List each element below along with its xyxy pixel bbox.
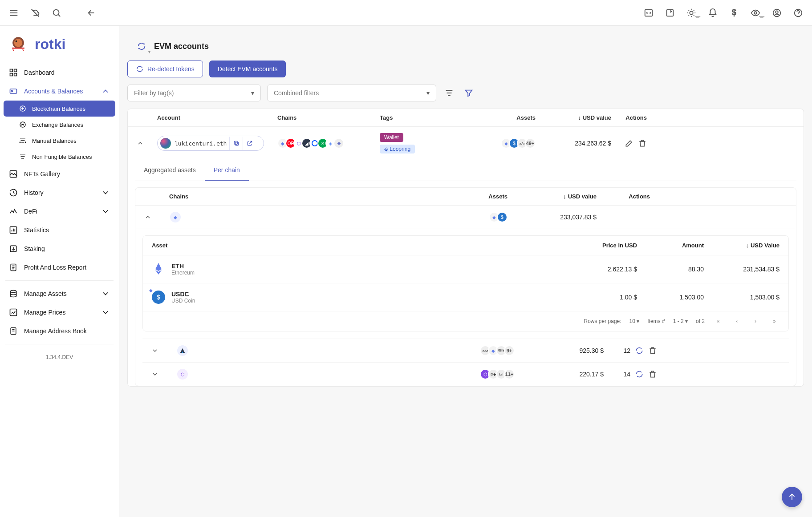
ethereum-icon: ◆	[169, 211, 182, 223]
chain-count: 12	[604, 347, 630, 354]
expand-toggle[interactable]	[135, 138, 146, 149]
nav-accounts[interactable]: Accounts & Balances	[4, 82, 115, 101]
nav-manage-prices[interactable]: Manage Prices	[4, 303, 115, 322]
th-tags: Tags	[380, 114, 460, 121]
filter-funnel-icon[interactable]	[462, 86, 475, 100]
refresh-button[interactable]	[635, 346, 644, 355]
chain-icon: ❖	[333, 138, 344, 149]
th-usd-value[interactable]: ↓USD Value	[704, 242, 780, 249]
nav-stats[interactable]: Statistics	[4, 221, 115, 239]
nav-defi[interactable]: DeFi	[4, 202, 115, 221]
external-link-button[interactable]	[243, 137, 256, 150]
nav-nfts[interactable]: NFTs Gallery	[4, 165, 115, 183]
filter-list-icon[interactable]	[443, 86, 456, 100]
chain-usd: 925.30 $	[515, 347, 604, 354]
nav-history-label: History	[24, 189, 44, 196]
asset-fullname: Ethereum	[171, 270, 195, 276]
refresh-icon	[136, 65, 144, 73]
redetect-tokens-button[interactable]: Re-detect tokens	[127, 61, 203, 77]
svg-point-16	[11, 90, 12, 92]
svg-point-25	[10, 291, 16, 293]
tab-per-chain[interactable]: Per chain	[205, 160, 249, 181]
scroll-top-button[interactable]	[782, 487, 802, 507]
page-first-button[interactable]: «	[713, 316, 723, 327]
more-assets-badge: 11+	[504, 369, 515, 380]
menu-icon[interactable]	[7, 6, 20, 20]
nav-accounts-label: Accounts & Balances	[24, 88, 83, 95]
polygon-icon: ⬡	[176, 368, 189, 380]
nav-exchange-balances[interactable]: Exchange Balances	[4, 117, 115, 133]
expand-toggle[interactable]	[150, 369, 160, 380]
chain-count: 14	[604, 371, 630, 378]
currency-icon[interactable]	[727, 6, 741, 20]
nav-manual-balances[interactable]: Manual Balances	[4, 133, 115, 149]
detect-evm-button[interactable]: Detect EVM accounts	[209, 61, 286, 77]
brand-name: rotki	[35, 36, 65, 53]
chevron-down-icon	[101, 308, 110, 317]
sidebar: rotki Dashboard Accounts & Balances Bloc…	[0, 26, 119, 517]
th-assets: Assets	[460, 114, 536, 121]
asset-value: 1,503.00 $	[704, 294, 780, 301]
page-prev-button[interactable]: ‹	[731, 316, 742, 327]
search-icon[interactable]	[50, 6, 63, 20]
asset-amount: 88.30	[637, 266, 704, 273]
code-icon[interactable]	[642, 6, 655, 20]
eth-icon	[152, 263, 165, 276]
rows-per-page-select[interactable]: 10 ▾	[629, 318, 640, 324]
bell-icon[interactable]	[706, 6, 719, 20]
asset-row: ETHEthereum 2,622.13 $ 88.30 231,534.83 …	[143, 255, 788, 283]
nav-history[interactable]: History	[4, 183, 115, 202]
svg-point-9	[14, 39, 22, 47]
refresh-button[interactable]: ▾	[135, 40, 148, 53]
theme-icon[interactable]	[685, 6, 698, 20]
avatar-icon	[160, 138, 171, 149]
usdc-icon: $◆	[152, 291, 165, 304]
address-text: lukicenturi.eth	[175, 140, 229, 147]
help-icon[interactable]	[792, 6, 805, 20]
svg-rect-2	[667, 9, 674, 16]
nav-address-book[interactable]: Manage Address Book	[4, 322, 115, 340]
th-actions: Actions	[597, 193, 650, 200]
nav-blockchain-balances[interactable]: Blockchain Balances	[4, 101, 115, 117]
edit-button[interactable]	[625, 139, 633, 148]
expand-toggle[interactable]	[142, 212, 153, 222]
delete-button[interactable]	[648, 346, 657, 355]
expand-toggle[interactable]	[150, 345, 160, 356]
tag-wallet: Wallet	[380, 133, 403, 142]
nav-manual-label: Manual Balances	[32, 137, 77, 144]
th-usd[interactable]: ↓USD value	[508, 193, 597, 200]
nav-manage-assets[interactable]: Manage Assets	[4, 284, 115, 303]
nav-staking[interactable]: Staking	[4, 239, 115, 258]
filter-tags-select[interactable]: Filter by tag(s)▾	[127, 85, 261, 101]
more-assets-badge: 9+	[504, 345, 515, 356]
th-usd[interactable]: ↓USD value	[536, 114, 611, 121]
nav-exchange-label: Exchange Balances	[32, 121, 83, 128]
back-icon[interactable]	[85, 6, 98, 20]
copy-button[interactable]	[229, 137, 243, 150]
asset-fullname: USD Coin	[171, 298, 195, 304]
th-chains: Chains	[277, 114, 380, 121]
refresh-button[interactable]	[635, 370, 644, 379]
asset-price: 1.00 $	[561, 294, 637, 301]
page-last-button[interactable]: »	[769, 316, 780, 327]
note-icon[interactable]	[663, 6, 677, 20]
tab-aggregated[interactable]: Aggregated assets	[135, 160, 205, 181]
nav-pnl[interactable]: Profit And Loss Report	[4, 258, 115, 277]
items-label: Items #	[647, 318, 665, 324]
page-next-button[interactable]: ›	[750, 316, 761, 327]
pagination: Rows per page: 10 ▾ Items # 1 - 2 ▾ of 2…	[143, 311, 788, 331]
cloud-off-icon[interactable]	[28, 6, 42, 20]
nav-manage-prices-label: Manage Prices	[24, 309, 65, 316]
caret-down-icon: ▾	[426, 89, 430, 97]
chain-row: ⬡ ⬡ D◆ bri 11+ 220.17 $ 14	[142, 362, 789, 386]
items-range-select[interactable]: 1 - 2 ▾	[673, 318, 688, 324]
asset-symbol: ETH	[171, 263, 195, 270]
delete-button[interactable]	[648, 370, 657, 379]
delete-button[interactable]	[638, 139, 647, 148]
user-icon[interactable]	[770, 6, 784, 20]
combined-filters-select[interactable]: Combined filters▾	[267, 85, 436, 101]
nav-nft-balances[interactable]: Non Fungible Balances	[4, 149, 115, 165]
nav-dashboard[interactable]: Dashboard	[4, 63, 115, 82]
privacy-icon[interactable]	[749, 6, 762, 20]
asset-price: 2,622.13 $	[561, 266, 637, 273]
